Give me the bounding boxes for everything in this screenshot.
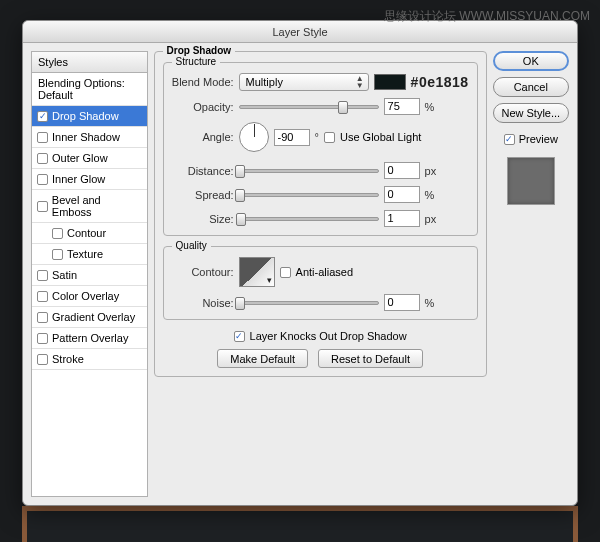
style-checkbox[interactable] bbox=[37, 132, 48, 143]
style-item-pattern-overlay[interactable]: Pattern Overlay bbox=[32, 328, 147, 349]
opacity-label: Opacity: bbox=[172, 101, 234, 113]
preview-thumbnail bbox=[507, 157, 555, 205]
size-slider[interactable] bbox=[239, 217, 379, 221]
ok-button[interactable]: OK bbox=[493, 51, 569, 71]
spread-label: Spread: bbox=[172, 189, 234, 201]
group-title: Drop Shadow bbox=[163, 45, 235, 56]
style-item-label: Stroke bbox=[52, 353, 84, 365]
style-item-label: Inner Shadow bbox=[52, 131, 120, 143]
distance-field[interactable]: 0 bbox=[384, 162, 420, 179]
style-checkbox[interactable] bbox=[37, 153, 48, 164]
style-item-inner-shadow[interactable]: Inner Shadow bbox=[32, 127, 147, 148]
size-field[interactable]: 1 bbox=[384, 210, 420, 227]
blend-mode-select[interactable]: Multiply ▲▼ bbox=[239, 73, 369, 91]
contour-picker[interactable]: ▾ bbox=[239, 257, 275, 287]
style-item-drop-shadow[interactable]: Drop Shadow bbox=[32, 106, 147, 127]
use-global-light-label: Use Global Light bbox=[340, 131, 421, 143]
quality-legend: Quality bbox=[172, 240, 211, 251]
new-style-button[interactable]: New Style... bbox=[493, 103, 569, 123]
anti-aliased-label: Anti-aliased bbox=[296, 266, 353, 278]
preview-label: Preview bbox=[519, 133, 558, 145]
noise-slider[interactable] bbox=[239, 301, 379, 305]
style-item-bevel-and-emboss[interactable]: Bevel and Emboss bbox=[32, 190, 147, 223]
style-item-contour[interactable]: Contour bbox=[32, 223, 147, 244]
style-item-texture[interactable]: Texture bbox=[32, 244, 147, 265]
drop-shadow-group: Drop Shadow Structure Blend Mode: Multip… bbox=[154, 51, 487, 377]
style-item-stroke[interactable]: Stroke bbox=[32, 349, 147, 370]
opacity-field[interactable]: 75 bbox=[384, 98, 420, 115]
style-item-color-overlay[interactable]: Color Overlay bbox=[32, 286, 147, 307]
layer-style-dialog: Layer Style Styles Blending Options: Def… bbox=[22, 20, 578, 506]
style-checkbox[interactable] bbox=[37, 201, 48, 212]
style-checkbox[interactable] bbox=[52, 249, 63, 260]
noise-unit: % bbox=[425, 297, 435, 309]
noise-field[interactable]: 0 bbox=[384, 294, 420, 311]
watermark-text: 思缘设计论坛 WWW.MISSYUAN.COM bbox=[384, 8, 590, 25]
styles-list: Styles Blending Options: DefaultDrop Sha… bbox=[31, 51, 148, 497]
background-frame bbox=[22, 506, 578, 542]
preview-checkbox[interactable] bbox=[504, 134, 515, 145]
cancel-button[interactable]: Cancel bbox=[493, 77, 569, 97]
style-item-label: Contour bbox=[67, 227, 106, 239]
blend-mode-value: Multiply bbox=[246, 76, 283, 88]
style-checkbox[interactable] bbox=[37, 174, 48, 185]
distance-label: Distance: bbox=[172, 165, 234, 177]
structure-legend: Structure bbox=[172, 56, 221, 67]
distance-unit: px bbox=[425, 165, 437, 177]
style-item-gradient-overlay[interactable]: Gradient Overlay bbox=[32, 307, 147, 328]
use-global-light-checkbox[interactable] bbox=[324, 132, 335, 143]
layer-knocks-out-label: Layer Knocks Out Drop Shadow bbox=[250, 330, 407, 342]
angle-dial[interactable] bbox=[239, 122, 269, 152]
opacity-slider[interactable] bbox=[239, 105, 379, 109]
shadow-color-swatch[interactable] bbox=[374, 74, 406, 90]
select-arrows-icon: ▲▼ bbox=[356, 75, 364, 89]
opacity-unit: % bbox=[425, 101, 435, 113]
style-item-label: Drop Shadow bbox=[52, 110, 119, 122]
size-label: Size: bbox=[172, 213, 234, 225]
anti-aliased-checkbox[interactable] bbox=[280, 267, 291, 278]
style-item-label: Color Overlay bbox=[52, 290, 119, 302]
spread-field[interactable]: 0 bbox=[384, 186, 420, 203]
style-item-inner-glow[interactable]: Inner Glow bbox=[32, 169, 147, 190]
angle-field[interactable]: -90 bbox=[274, 129, 310, 146]
style-item-label: Blending Options: Default bbox=[38, 77, 142, 101]
style-item-label: Pattern Overlay bbox=[52, 332, 128, 344]
styles-header[interactable]: Styles bbox=[32, 52, 147, 73]
style-checkbox[interactable] bbox=[37, 111, 48, 122]
style-item-label: Texture bbox=[67, 248, 103, 260]
noise-label: Noise: bbox=[172, 297, 234, 309]
reset-to-default-button[interactable]: Reset to Default bbox=[318, 349, 423, 368]
style-item-label: Gradient Overlay bbox=[52, 311, 135, 323]
structure-group: Structure Blend Mode: Multiply ▲▼ #0e181… bbox=[163, 62, 478, 236]
layer-knocks-out-checkbox[interactable] bbox=[234, 331, 245, 342]
quality-group: Quality Contour: ▾ Anti-aliased Noise: 0… bbox=[163, 246, 478, 320]
style-item-label: Inner Glow bbox=[52, 173, 105, 185]
color-annotation: #0e1818 bbox=[411, 74, 469, 90]
style-item-satin[interactable]: Satin bbox=[32, 265, 147, 286]
blend-mode-label: Blend Mode: bbox=[172, 76, 234, 88]
style-item-label: Outer Glow bbox=[52, 152, 108, 164]
style-checkbox[interactable] bbox=[37, 291, 48, 302]
style-checkbox[interactable] bbox=[52, 228, 63, 239]
style-checkbox[interactable] bbox=[37, 333, 48, 344]
chevron-down-icon: ▾ bbox=[267, 275, 272, 285]
distance-slider[interactable] bbox=[239, 169, 379, 173]
style-item-blending-options-default[interactable]: Blending Options: Default bbox=[32, 73, 147, 106]
style-checkbox[interactable] bbox=[37, 354, 48, 365]
make-default-button[interactable]: Make Default bbox=[217, 349, 308, 368]
style-item-outer-glow[interactable]: Outer Glow bbox=[32, 148, 147, 169]
size-unit: px bbox=[425, 213, 437, 225]
style-checkbox[interactable] bbox=[37, 312, 48, 323]
spread-slider[interactable] bbox=[239, 193, 379, 197]
spread-unit: % bbox=[425, 189, 435, 201]
angle-unit: ° bbox=[315, 131, 319, 143]
angle-label: Angle: bbox=[172, 131, 234, 143]
style-item-label: Bevel and Emboss bbox=[52, 194, 142, 218]
style-checkbox[interactable] bbox=[37, 270, 48, 281]
style-item-label: Satin bbox=[52, 269, 77, 281]
contour-label: Contour: bbox=[172, 266, 234, 278]
